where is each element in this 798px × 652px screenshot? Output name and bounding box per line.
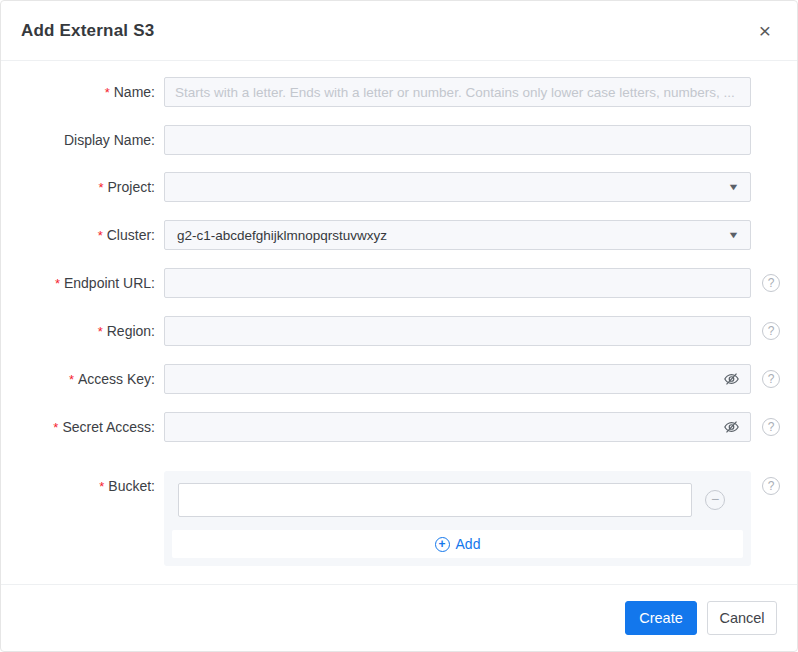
required-marker: * bbox=[99, 479, 104, 494]
required-marker: * bbox=[105, 85, 110, 100]
display-name-label: Display Name: bbox=[1, 125, 164, 155]
project-label: *Project: bbox=[1, 172, 164, 203]
form-row-endpoint-url: *Endpoint URL: ? bbox=[1, 268, 797, 299]
create-button[interactable]: Create bbox=[625, 601, 697, 635]
form-row-name: *Name: bbox=[1, 77, 797, 108]
endpoint-url-label: *Endpoint URL: bbox=[1, 268, 164, 299]
display-name-input[interactable] bbox=[164, 125, 751, 155]
dialog-footer: Create Cancel bbox=[1, 584, 797, 651]
cluster-select[interactable]: g2-c1-abcdefghijklmnopqrstuvwxyz ▼ bbox=[164, 220, 751, 250]
remove-bucket-icon[interactable]: − bbox=[705, 490, 725, 510]
eye-invisible-icon[interactable] bbox=[723, 371, 740, 387]
form-row-project: *Project: ▼ bbox=[1, 172, 797, 203]
form-row-bucket: *Bucket: − + Add ? bbox=[1, 471, 797, 566]
access-key-input[interactable] bbox=[164, 364, 751, 394]
eye-invisible-icon[interactable] bbox=[723, 419, 740, 435]
form-row-region: *Region: ? bbox=[1, 316, 797, 347]
cancel-button[interactable]: Cancel bbox=[707, 601, 777, 635]
cluster-label: *Cluster: bbox=[1, 220, 164, 251]
form-row-secret-access: *Secret Access: ? bbox=[1, 412, 797, 443]
bucket-label: *Bucket: bbox=[1, 471, 164, 502]
help-icon[interactable]: ? bbox=[762, 370, 780, 388]
name-label: *Name: bbox=[1, 77, 164, 108]
secret-access-input[interactable] bbox=[164, 412, 751, 442]
dialog-body: *Name: Display Name: *Project: ▼ bbox=[1, 61, 797, 584]
help-icon[interactable]: ? bbox=[762, 274, 780, 292]
bucket-input[interactable] bbox=[178, 483, 692, 517]
chevron-down-icon: ▼ bbox=[727, 182, 739, 192]
help-icon[interactable]: ? bbox=[762, 322, 780, 340]
add-bucket-label: Add bbox=[456, 536, 481, 552]
required-marker: * bbox=[98, 324, 103, 339]
chevron-down-icon: ▼ bbox=[727, 230, 739, 240]
required-marker: * bbox=[98, 180, 103, 195]
plus-circle-icon: + bbox=[435, 537, 450, 552]
help-icon[interactable]: ? bbox=[762, 418, 780, 436]
required-marker: * bbox=[98, 228, 103, 243]
endpoint-url-input[interactable] bbox=[164, 268, 751, 298]
form-row-display-name: Display Name: bbox=[1, 125, 797, 155]
bucket-item-row: − bbox=[172, 483, 743, 517]
help-icon[interactable]: ? bbox=[762, 477, 780, 495]
secret-access-label: *Secret Access: bbox=[1, 412, 164, 443]
dialog-title: Add External S3 bbox=[21, 21, 154, 41]
form-row-access-key: *Access Key: ? bbox=[1, 364, 797, 395]
region-label: *Region: bbox=[1, 316, 164, 347]
form-row-cluster: *Cluster: g2-c1-abcdefghijklmnopqrstuvwx… bbox=[1, 220, 797, 251]
dialog-header: Add External S3 × bbox=[1, 1, 797, 61]
access-key-label: *Access Key: bbox=[1, 364, 164, 395]
required-marker: * bbox=[53, 420, 58, 435]
close-icon[interactable]: × bbox=[759, 20, 771, 41]
required-marker: * bbox=[55, 276, 60, 291]
project-select[interactable]: ▼ bbox=[164, 172, 751, 202]
cluster-selected-value: g2-c1-abcdefghijklmnopqrstuvwxyz bbox=[177, 228, 387, 243]
add-external-s3-dialog: Add External S3 × *Name: Display Name: *… bbox=[0, 0, 798, 652]
required-marker: * bbox=[69, 372, 74, 387]
name-input[interactable] bbox=[164, 77, 751, 107]
region-input[interactable] bbox=[164, 316, 751, 346]
bucket-panel: − + Add bbox=[164, 471, 751, 566]
add-bucket-button[interactable]: + Add bbox=[172, 530, 743, 558]
